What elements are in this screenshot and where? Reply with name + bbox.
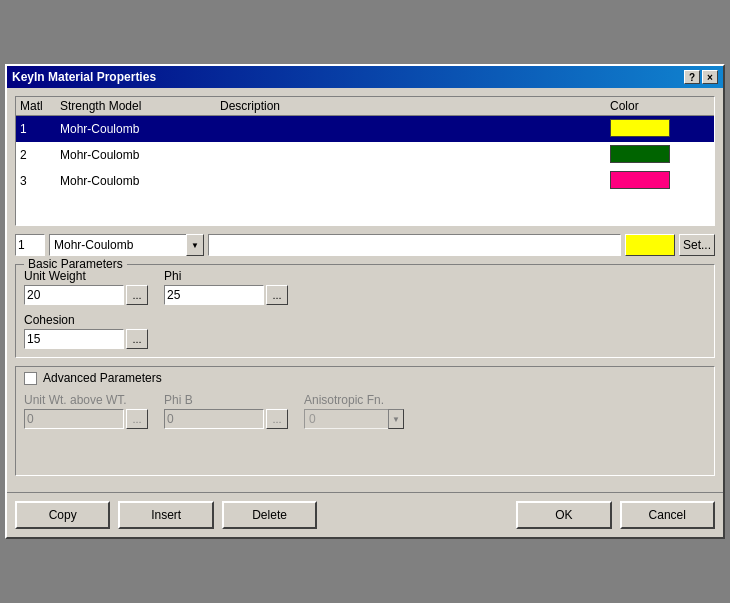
- advanced-checkbox-row: Advanced Parameters: [24, 371, 706, 385]
- phi-group: Phi ...: [164, 269, 288, 305]
- cohesion-row: Cohesion ...: [24, 313, 706, 349]
- row-id: 1: [20, 122, 60, 136]
- main-window: KeyIn Material Properties ? × Matl Stren…: [5, 64, 725, 539]
- phi-b-group: Phi B ...: [164, 393, 288, 429]
- row-color-swatch: [610, 145, 670, 163]
- col-color: Color: [610, 99, 710, 113]
- dropdown-arrow-icon[interactable]: ▼: [186, 234, 204, 256]
- set-button[interactable]: Set...: [679, 234, 715, 256]
- unit-weight-input-row: ...: [24, 285, 148, 305]
- anisotropic-label: Anisotropic Fn.: [304, 393, 404, 407]
- title-bar-buttons: ? ×: [684, 70, 718, 84]
- unit-wt-above-wt-dots: ...: [126, 409, 148, 429]
- material-table: Matl Strength Model Description Color 1 …: [15, 96, 715, 226]
- row-color-swatch: [610, 171, 670, 189]
- unit-weight-label: Unit Weight: [24, 269, 148, 283]
- table-row[interactable]: 1 Mohr-Coulomb: [16, 116, 714, 142]
- unit-wt-above-wt-row: ...: [24, 409, 148, 429]
- title-bar: KeyIn Material Properties ? ×: [7, 66, 723, 88]
- cohesion-group: Cohesion ...: [24, 313, 148, 349]
- color-button[interactable]: [625, 234, 675, 256]
- description-field[interactable]: [208, 234, 621, 256]
- basic-parameters-group: Basic Parameters Unit Weight ... Phi ...: [15, 264, 715, 358]
- phi-dots-button[interactable]: ...: [266, 285, 288, 305]
- row-model: Mohr-Coulomb: [60, 122, 220, 136]
- col-strength-model: Strength Model: [60, 99, 220, 113]
- phi-b-dots: ...: [266, 409, 288, 429]
- cohesion-label: Cohesion: [24, 313, 148, 327]
- row-model: Mohr-Coulomb: [60, 148, 220, 162]
- row-id: 2: [20, 148, 60, 162]
- unit-weight-group: Unit Weight ...: [24, 269, 148, 305]
- anisotropic-input-row: 0 ▼: [304, 409, 404, 429]
- cancel-button[interactable]: Cancel: [620, 501, 715, 529]
- material-selector-row: Mohr-Coulomb ▼ Set...: [15, 234, 715, 256]
- phi-input-row: ...: [164, 285, 288, 305]
- anisotropic-dropdown-arrow-icon: ▼: [388, 409, 404, 429]
- phi-b-input-row: ...: [164, 409, 288, 429]
- phi-b-label: Phi B: [164, 393, 288, 407]
- row-color-swatch: [610, 119, 670, 137]
- row-model: Mohr-Coulomb: [60, 174, 220, 188]
- spacer: [325, 501, 508, 529]
- window-content: Matl Strength Model Description Color 1 …: [7, 88, 723, 492]
- cohesion-input-row: ...: [24, 329, 148, 349]
- help-button[interactable]: ?: [684, 70, 700, 84]
- phi-input[interactable]: [164, 285, 264, 305]
- unit-wt-above-wt-label: Unit Wt. above WT.: [24, 393, 148, 407]
- cohesion-input[interactable]: [24, 329, 124, 349]
- insert-button[interactable]: Insert: [118, 501, 213, 529]
- col-description: Description: [220, 99, 610, 113]
- row-id: 3: [20, 174, 60, 188]
- strength-model-dropdown[interactable]: Mohr-Coulomb: [49, 234, 204, 256]
- col-matl: Matl: [20, 99, 60, 113]
- basic-params-row: Unit Weight ... Phi ...: [24, 269, 706, 305]
- cohesion-dots-button[interactable]: ...: [126, 329, 148, 349]
- material-number-input[interactable]: [15, 234, 45, 256]
- anisotropic-dropdown-wrap: 0 ▼: [304, 409, 404, 429]
- table-header: Matl Strength Model Description Color: [16, 97, 714, 116]
- bottom-button-bar: Copy Insert Delete OK Cancel: [7, 492, 723, 537]
- advanced-params-checkbox-label: Advanced Parameters: [43, 371, 162, 385]
- advanced-params-checkbox[interactable]: [24, 372, 37, 385]
- unit-weight-dots-button[interactable]: ...: [126, 285, 148, 305]
- phi-b-input: [164, 409, 264, 429]
- delete-button[interactable]: Delete: [222, 501, 317, 529]
- close-button[interactable]: ×: [702, 70, 718, 84]
- table-row[interactable]: 2 Mohr-Coulomb: [16, 142, 714, 168]
- table-row[interactable]: 3 Mohr-Coulomb: [16, 168, 714, 194]
- unit-weight-input[interactable]: [24, 285, 124, 305]
- strength-model-dropdown-container: Mohr-Coulomb ▼: [49, 234, 204, 256]
- ok-button[interactable]: OK: [516, 501, 611, 529]
- window-title: KeyIn Material Properties: [12, 70, 156, 84]
- unit-wt-above-wt-input: [24, 409, 124, 429]
- advanced-parameters-group: Advanced Parameters Unit Wt. above WT. .…: [15, 366, 715, 476]
- basic-params-label: Basic Parameters: [24, 257, 127, 271]
- copy-button[interactable]: Copy: [15, 501, 110, 529]
- anisotropic-group: Anisotropic Fn. 0 ▼: [304, 393, 404, 429]
- unit-wt-above-wt-group: Unit Wt. above WT. ...: [24, 393, 148, 429]
- phi-label: Phi: [164, 269, 288, 283]
- advanced-params-inputs: Unit Wt. above WT. ... Phi B ... Anisotr…: [24, 393, 706, 429]
